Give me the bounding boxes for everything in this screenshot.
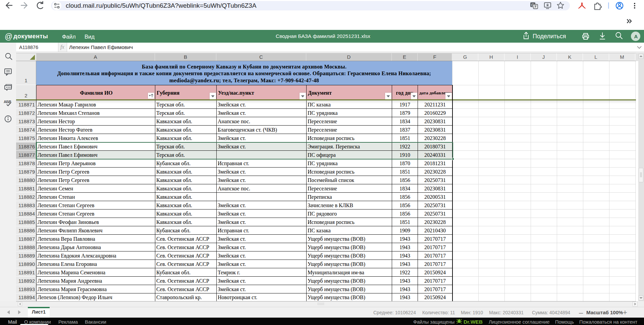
svg-text:A: A — [634, 34, 638, 39]
svg-text:G: G — [531, 3, 534, 7]
